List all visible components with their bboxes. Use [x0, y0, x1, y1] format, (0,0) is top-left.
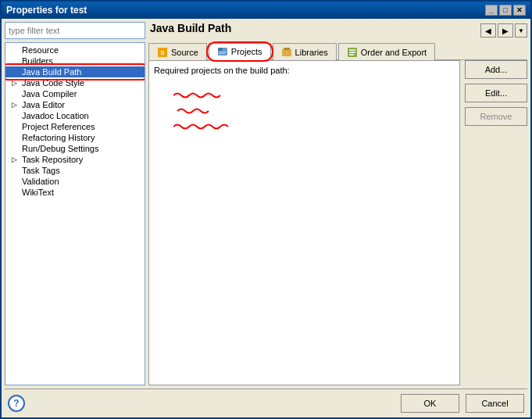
nav-arrows: ◀ ▶ ▼: [480, 23, 527, 38]
tab-order-export[interactable]: Order and Export: [338, 43, 435, 60]
sidebar-item-run-debug-settings[interactable]: Run/Debug Settings: [5, 143, 145, 154]
sidebar-item-label: Validation: [22, 177, 59, 186]
close-button[interactable]: ✕: [513, 5, 526, 16]
maximize-button[interactable]: □: [499, 5, 512, 16]
tab-order-export-label: Order and Export: [361, 48, 427, 57]
remove-button[interactable]: Remove: [465, 107, 527, 126]
svg-rect-6: [282, 49, 291, 56]
sidebar-item-java-code-style[interactable]: ▷ Java Code Style: [5, 77, 145, 88]
nav-dropdown-button[interactable]: ▼: [515, 23, 527, 38]
libraries-icon: [281, 47, 292, 58]
sidebar-item-label: Task Repository: [22, 155, 83, 164]
sidebar-item-validation[interactable]: Validation: [5, 176, 145, 187]
window-body: Resource Builders Java Build Path ▷ Java…: [2, 19, 530, 417]
sidebar: Resource Builders Java Build Path ▷ Java…: [5, 22, 145, 385]
main-content: Resource Builders Java Build Path ▷ Java…: [5, 22, 527, 385]
tabs-container: S Source: [148, 42, 527, 60]
sidebar-item-label: Java Code Style: [22, 78, 84, 88]
sidebar-item-java-editor[interactable]: ▷ Java Editor: [5, 99, 145, 110]
sidebar-item-label: Builders: [22, 56, 53, 66]
expand-icon: ▷: [12, 79, 20, 87]
back-button[interactable]: ◀: [480, 23, 496, 38]
content-description: Required projects on the build path:: [154, 66, 455, 75]
bottom-bar: ? OK Cancel: [5, 389, 527, 414]
title-bar-buttons: _ □ ✕: [485, 5, 526, 16]
sidebar-item-label: Java Compiler: [22, 89, 77, 98]
right-panel: Java Build Path ◀ ▶ ▼ S: [148, 22, 527, 385]
svg-text:S: S: [160, 49, 165, 56]
order-icon: [347, 47, 358, 58]
sidebar-item-label: Javadoc Location: [22, 111, 89, 120]
sidebar-item-refactoring-history[interactable]: Refactoring History: [5, 132, 145, 143]
properties-window: Properties for test _ □ ✕ Resource Build…: [0, 0, 532, 419]
tab-libraries-label: Libraries: [295, 48, 328, 57]
sidebar-item-builders[interactable]: Builders: [5, 56, 145, 66]
cancel-button[interactable]: Cancel: [466, 394, 524, 413]
sidebar-item-task-tags[interactable]: Task Tags: [5, 165, 145, 176]
sidebar-item-label: Run/Debug Settings: [22, 144, 98, 153]
sidebar-item-label: Task Tags: [22, 166, 60, 175]
content-area: Required projects on the build path:: [148, 60, 527, 385]
panel-header: Java Build Path ◀ ▶ ▼: [148, 22, 527, 39]
projects-list: [154, 80, 455, 380]
sidebar-item-java-compiler[interactable]: Java Compiler: [5, 88, 145, 99]
sidebar-item-wikitext[interactable]: WikiText: [5, 187, 145, 198]
expand-icon: ▷: [12, 156, 20, 163]
sidebar-item-label: WikiText: [22, 188, 54, 197]
sidebar-item-label: Java Editor: [22, 100, 65, 109]
sidebar-item-project-references[interactable]: Project References: [5, 121, 145, 132]
bottom-left: ?: [8, 395, 25, 412]
add-button[interactable]: Add...: [465, 60, 527, 79]
sidebar-item-label: Refactoring History: [22, 133, 95, 142]
content-panel: Required projects on the build path:: [148, 60, 460, 385]
tab-projects[interactable]: Projects: [209, 43, 271, 60]
projects-icon: [217, 46, 228, 57]
sidebar-item-label: Resource: [22, 45, 59, 55]
filter-input[interactable]: [5, 22, 145, 39]
source-icon: S: [157, 47, 168, 58]
sidebar-item-task-repository[interactable]: ▷ Task Repository: [5, 154, 145, 165]
squiggle-decoration: [173, 91, 252, 138]
panel-title: Java Build Path: [148, 22, 231, 34]
tab-source[interactable]: S Source: [148, 43, 207, 60]
bottom-right: OK Cancel: [401, 394, 524, 413]
tab-source-label: Source: [171, 48, 198, 57]
sidebar-item-resource[interactable]: Resource: [5, 45, 145, 56]
svg-rect-4: [219, 52, 227, 52]
svg-rect-3: [218, 48, 223, 51]
sidebar-item-label: Project References: [22, 122, 95, 131]
forward-button[interactable]: ▶: [498, 23, 513, 38]
tab-projects-label: Projects: [231, 47, 262, 56]
sidebar-item-javadoc-location[interactable]: Javadoc Location: [5, 110, 145, 121]
window-title: Properties for test: [6, 5, 87, 16]
minimize-button[interactable]: _: [485, 5, 498, 16]
expand-icon: ▷: [12, 101, 20, 109]
tab-libraries[interactable]: Libraries: [273, 43, 337, 60]
help-button[interactable]: ?: [8, 395, 25, 412]
edit-button[interactable]: Edit...: [465, 84, 527, 102]
tree-container: Resource Builders Java Build Path ▷ Java…: [5, 42, 145, 385]
side-buttons: Add... Edit... Remove: [465, 60, 527, 385]
sidebar-item-java-build-path[interactable]: Java Build Path: [5, 66, 145, 77]
ok-button[interactable]: OK: [401, 394, 459, 413]
svg-rect-5: [219, 53, 225, 54]
title-bar: Properties for test _ □ ✕: [2, 2, 530, 19]
svg-rect-7: [284, 48, 290, 50]
sidebar-item-label: Java Build Path: [22, 67, 81, 77]
